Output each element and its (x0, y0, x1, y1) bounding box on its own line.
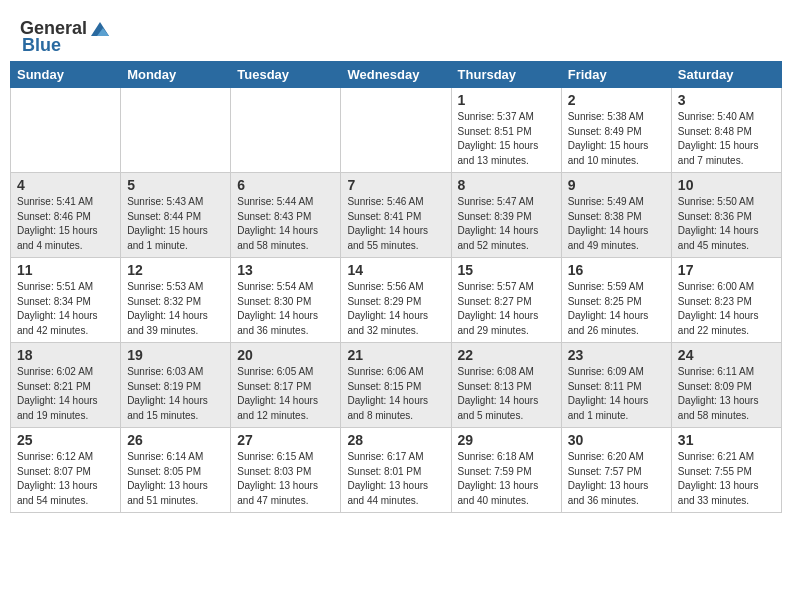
cell-info: Sunrise: 5:59 AM Sunset: 8:25 PM Dayligh… (568, 280, 665, 338)
cell-info: Sunrise: 5:50 AM Sunset: 8:36 PM Dayligh… (678, 195, 775, 253)
calendar-cell (11, 88, 121, 173)
calendar-cell: 16Sunrise: 5:59 AM Sunset: 8:25 PM Dayli… (561, 258, 671, 343)
cell-info: Sunrise: 6:21 AM Sunset: 7:55 PM Dayligh… (678, 450, 775, 508)
calendar-cell: 8Sunrise: 5:47 AM Sunset: 8:39 PM Daylig… (451, 173, 561, 258)
day-header-saturday: Saturday (671, 62, 781, 88)
calendar-cell: 21Sunrise: 6:06 AM Sunset: 8:15 PM Dayli… (341, 343, 451, 428)
cell-info: Sunrise: 6:09 AM Sunset: 8:11 PM Dayligh… (568, 365, 665, 423)
calendar-cell: 23Sunrise: 6:09 AM Sunset: 8:11 PM Dayli… (561, 343, 671, 428)
date-number: 24 (678, 347, 775, 363)
cell-info: Sunrise: 5:57 AM Sunset: 8:27 PM Dayligh… (458, 280, 555, 338)
calendar-cell: 28Sunrise: 6:17 AM Sunset: 8:01 PM Dayli… (341, 428, 451, 513)
cell-info: Sunrise: 6:02 AM Sunset: 8:21 PM Dayligh… (17, 365, 114, 423)
week-row-3: 11Sunrise: 5:51 AM Sunset: 8:34 PM Dayli… (11, 258, 782, 343)
day-header-row: SundayMondayTuesdayWednesdayThursdayFrid… (11, 62, 782, 88)
calendar-cell: 4Sunrise: 5:41 AM Sunset: 8:46 PM Daylig… (11, 173, 121, 258)
date-number: 13 (237, 262, 334, 278)
cell-info: Sunrise: 5:53 AM Sunset: 8:32 PM Dayligh… (127, 280, 224, 338)
calendar-cell: 14Sunrise: 5:56 AM Sunset: 8:29 PM Dayli… (341, 258, 451, 343)
calendar-cell: 2Sunrise: 5:38 AM Sunset: 8:49 PM Daylig… (561, 88, 671, 173)
date-number: 8 (458, 177, 555, 193)
date-number: 25 (17, 432, 114, 448)
calendar-cell: 26Sunrise: 6:14 AM Sunset: 8:05 PM Dayli… (121, 428, 231, 513)
day-header-friday: Friday (561, 62, 671, 88)
calendar-cell: 18Sunrise: 6:02 AM Sunset: 8:21 PM Dayli… (11, 343, 121, 428)
date-number: 1 (458, 92, 555, 108)
calendar-cell: 29Sunrise: 6:18 AM Sunset: 7:59 PM Dayli… (451, 428, 561, 513)
date-number: 14 (347, 262, 444, 278)
date-number: 21 (347, 347, 444, 363)
calendar-cell: 31Sunrise: 6:21 AM Sunset: 7:55 PM Dayli… (671, 428, 781, 513)
date-number: 15 (458, 262, 555, 278)
cell-info: Sunrise: 5:43 AM Sunset: 8:44 PM Dayligh… (127, 195, 224, 253)
day-header-sunday: Sunday (11, 62, 121, 88)
calendar-cell: 25Sunrise: 6:12 AM Sunset: 8:07 PM Dayli… (11, 428, 121, 513)
logo-icon (89, 20, 111, 38)
date-number: 30 (568, 432, 665, 448)
cell-info: Sunrise: 6:03 AM Sunset: 8:19 PM Dayligh… (127, 365, 224, 423)
cell-info: Sunrise: 6:20 AM Sunset: 7:57 PM Dayligh… (568, 450, 665, 508)
calendar-cell: 13Sunrise: 5:54 AM Sunset: 8:30 PM Dayli… (231, 258, 341, 343)
cell-info: Sunrise: 5:51 AM Sunset: 8:34 PM Dayligh… (17, 280, 114, 338)
calendar-cell (121, 88, 231, 173)
date-number: 29 (458, 432, 555, 448)
date-number: 28 (347, 432, 444, 448)
date-number: 26 (127, 432, 224, 448)
cell-info: Sunrise: 6:15 AM Sunset: 8:03 PM Dayligh… (237, 450, 334, 508)
calendar-cell: 17Sunrise: 6:00 AM Sunset: 8:23 PM Dayli… (671, 258, 781, 343)
calendar-cell: 7Sunrise: 5:46 AM Sunset: 8:41 PM Daylig… (341, 173, 451, 258)
date-number: 19 (127, 347, 224, 363)
date-number: 6 (237, 177, 334, 193)
cell-info: Sunrise: 5:44 AM Sunset: 8:43 PM Dayligh… (237, 195, 334, 253)
calendar-cell: 15Sunrise: 5:57 AM Sunset: 8:27 PM Dayli… (451, 258, 561, 343)
cell-info: Sunrise: 5:47 AM Sunset: 8:39 PM Dayligh… (458, 195, 555, 253)
date-number: 22 (458, 347, 555, 363)
date-number: 27 (237, 432, 334, 448)
date-number: 18 (17, 347, 114, 363)
calendar-cell: 11Sunrise: 5:51 AM Sunset: 8:34 PM Dayli… (11, 258, 121, 343)
cell-info: Sunrise: 6:12 AM Sunset: 8:07 PM Dayligh… (17, 450, 114, 508)
cell-info: Sunrise: 5:56 AM Sunset: 8:29 PM Dayligh… (347, 280, 444, 338)
week-row-1: 1Sunrise: 5:37 AM Sunset: 8:51 PM Daylig… (11, 88, 782, 173)
date-number: 11 (17, 262, 114, 278)
date-number: 31 (678, 432, 775, 448)
cell-info: Sunrise: 6:14 AM Sunset: 8:05 PM Dayligh… (127, 450, 224, 508)
date-number: 9 (568, 177, 665, 193)
day-header-wednesday: Wednesday (341, 62, 451, 88)
calendar-cell (341, 88, 451, 173)
calendar-cell (231, 88, 341, 173)
date-number: 5 (127, 177, 224, 193)
cell-info: Sunrise: 5:40 AM Sunset: 8:48 PM Dayligh… (678, 110, 775, 168)
date-number: 3 (678, 92, 775, 108)
cell-info: Sunrise: 6:11 AM Sunset: 8:09 PM Dayligh… (678, 365, 775, 423)
calendar-table: SundayMondayTuesdayWednesdayThursdayFrid… (10, 61, 782, 513)
cell-info: Sunrise: 6:06 AM Sunset: 8:15 PM Dayligh… (347, 365, 444, 423)
date-number: 17 (678, 262, 775, 278)
calendar-cell: 10Sunrise: 5:50 AM Sunset: 8:36 PM Dayli… (671, 173, 781, 258)
week-row-2: 4Sunrise: 5:41 AM Sunset: 8:46 PM Daylig… (11, 173, 782, 258)
cell-info: Sunrise: 5:54 AM Sunset: 8:30 PM Dayligh… (237, 280, 334, 338)
cell-info: Sunrise: 6:08 AM Sunset: 8:13 PM Dayligh… (458, 365, 555, 423)
calendar-cell: 19Sunrise: 6:03 AM Sunset: 8:19 PM Dayli… (121, 343, 231, 428)
calendar-cell: 5Sunrise: 5:43 AM Sunset: 8:44 PM Daylig… (121, 173, 231, 258)
cell-info: Sunrise: 5:49 AM Sunset: 8:38 PM Dayligh… (568, 195, 665, 253)
cell-info: Sunrise: 5:38 AM Sunset: 8:49 PM Dayligh… (568, 110, 665, 168)
day-header-monday: Monday (121, 62, 231, 88)
calendar-cell: 12Sunrise: 5:53 AM Sunset: 8:32 PM Dayli… (121, 258, 231, 343)
date-number: 10 (678, 177, 775, 193)
calendar-cell: 20Sunrise: 6:05 AM Sunset: 8:17 PM Dayli… (231, 343, 341, 428)
day-header-thursday: Thursday (451, 62, 561, 88)
calendar-cell: 30Sunrise: 6:20 AM Sunset: 7:57 PM Dayli… (561, 428, 671, 513)
calendar-cell: 1Sunrise: 5:37 AM Sunset: 8:51 PM Daylig… (451, 88, 561, 173)
calendar-cell: 3Sunrise: 5:40 AM Sunset: 8:48 PM Daylig… (671, 88, 781, 173)
date-number: 20 (237, 347, 334, 363)
cell-info: Sunrise: 5:41 AM Sunset: 8:46 PM Dayligh… (17, 195, 114, 253)
cell-info: Sunrise: 6:05 AM Sunset: 8:17 PM Dayligh… (237, 365, 334, 423)
cell-info: Sunrise: 5:37 AM Sunset: 8:51 PM Dayligh… (458, 110, 555, 168)
cell-info: Sunrise: 6:00 AM Sunset: 8:23 PM Dayligh… (678, 280, 775, 338)
date-number: 23 (568, 347, 665, 363)
calendar-cell: 24Sunrise: 6:11 AM Sunset: 8:09 PM Dayli… (671, 343, 781, 428)
day-header-tuesday: Tuesday (231, 62, 341, 88)
calendar: SundayMondayTuesdayWednesdayThursdayFrid… (0, 61, 792, 523)
week-row-4: 18Sunrise: 6:02 AM Sunset: 8:21 PM Dayli… (11, 343, 782, 428)
